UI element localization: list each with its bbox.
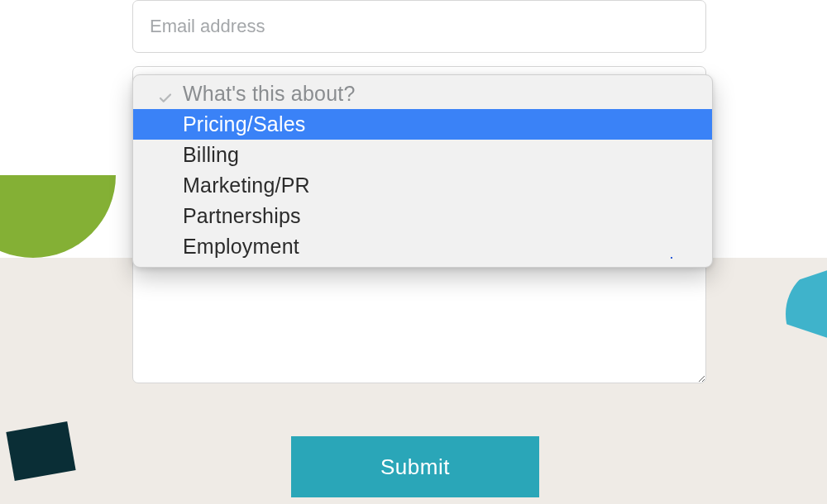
topic-option-partnerships[interactable]: Partnerships bbox=[133, 201, 712, 231]
topic-option-pricing-sales[interactable]: Pricing/Sales bbox=[133, 109, 712, 140]
topic-option-label: Marketing/PR bbox=[183, 174, 310, 197]
topic-option-label: Partnerships bbox=[183, 204, 301, 228]
topic-option-employment[interactable]: Employment bbox=[133, 231, 712, 262]
topic-option-label: Pricing/Sales bbox=[183, 112, 306, 136]
check-icon bbox=[158, 87, 173, 102]
contact-form: What's this about? Pricing/Sales Billing… bbox=[132, 0, 706, 182]
topic-dropdown-list: What's this about? Pricing/Sales Billing… bbox=[132, 74, 713, 268]
dropdown-corner-dot bbox=[671, 257, 672, 259]
decorative-dark-square bbox=[6, 421, 75, 481]
submit-button[interactable]: Submit bbox=[291, 436, 539, 497]
email-field[interactable] bbox=[132, 0, 706, 53]
topic-option-label: Employment bbox=[183, 235, 299, 259]
decorative-green-half-circle bbox=[0, 175, 116, 258]
topic-option-label: Billing bbox=[183, 143, 239, 167]
topic-option-placeholder[interactable]: What's this about? bbox=[133, 78, 712, 109]
topic-option-marketing-pr[interactable]: Marketing/PR bbox=[133, 170, 712, 201]
topic-option-label: What's this about? bbox=[183, 82, 355, 106]
topic-option-billing[interactable]: Billing bbox=[133, 140, 712, 170]
